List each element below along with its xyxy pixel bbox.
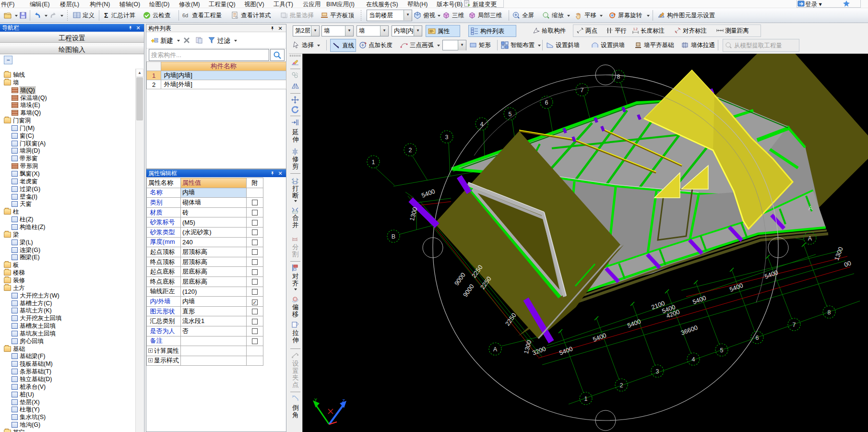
svg-text:2: 2	[409, 147, 412, 154]
svg-text:3: 3	[445, 134, 449, 141]
svg-text:6: 6	[545, 99, 548, 106]
svg-text:1: 1	[584, 396, 588, 402]
svg-text:9000: 9000	[462, 283, 476, 298]
svg-text:B: B	[392, 233, 395, 240]
svg-text:4: 4	[692, 356, 695, 363]
svg-text:5400: 5400	[558, 345, 573, 357]
svg-text:2: 2	[620, 382, 623, 389]
svg-text:8: 8	[617, 73, 620, 80]
svg-text:1.2: 1.2	[633, 27, 638, 31]
svg-text:5: 5	[509, 111, 512, 118]
svg-text:1300: 1300	[408, 206, 419, 222]
svg-text:A: A	[809, 204, 813, 212]
svg-text:6: 6	[756, 335, 759, 341]
svg-text:8: 8	[828, 309, 831, 316]
svg-text:3: 3	[656, 368, 659, 375]
svg-text:6d: 6d	[182, 12, 188, 18]
svg-text:7: 7	[793, 322, 796, 328]
svg-text:1300: 1300	[833, 246, 844, 261]
svg-text:Σ: Σ	[104, 12, 108, 19]
svg-text:1: 1	[372, 159, 375, 166]
svg-text:9000: 9000	[453, 271, 467, 287]
svg-text:36600: 36600	[680, 324, 699, 336]
svg-text:A: A	[808, 235, 812, 242]
svg-text:5: 5	[720, 347, 724, 354]
svg-text:5400: 5400	[420, 188, 436, 199]
svg-text:5400: 5400	[626, 318, 642, 329]
svg-text:7: 7	[581, 87, 584, 94]
svg-text:1300: 1300	[523, 339, 533, 355]
svg-text:Y: Y	[314, 397, 317, 402]
svg-text:5400: 5400	[763, 269, 779, 280]
svg-text:Z: Z	[342, 398, 345, 403]
svg-text:4: 4	[480, 121, 484, 128]
svg-text:A: A	[493, 346, 498, 353]
